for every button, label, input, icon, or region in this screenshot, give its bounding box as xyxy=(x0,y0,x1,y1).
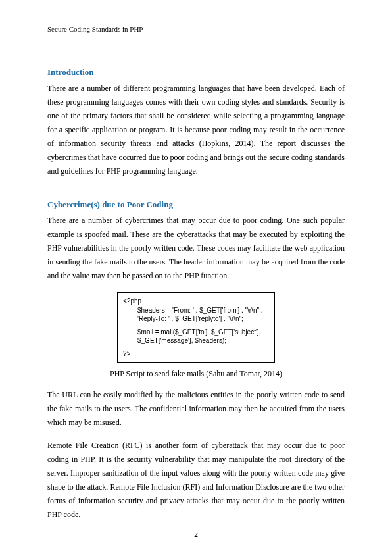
heading-cybercrime: Cybercrime(s) due to Poor Coding xyxy=(47,199,345,210)
header-title: Secure Coding Standards in PHP xyxy=(47,25,143,33)
code-line: <?php xyxy=(123,297,269,306)
php-code-figure: <?php $headers = 'From: ' . $_GET['from'… xyxy=(117,292,275,363)
heading-introduction: Introduction xyxy=(47,67,345,78)
code-line: 'Reply-To: ' . $_GET['replyto'] . "\r\n"… xyxy=(123,315,269,324)
figure-caption: PHP Script to send fake mails (Sahu and … xyxy=(47,369,345,379)
code-line: $mail = mail($_GET['to'], $_GET['subject… xyxy=(123,328,269,337)
cyber-paragraph-3: Remote File Creation (RFC) is another fo… xyxy=(47,439,345,522)
code-line: $headers = 'From: ' . $_GET['from'] . "\… xyxy=(123,306,269,315)
running-header: Secure Coding Standards in PHP xyxy=(47,25,345,33)
code-line: $_GET['message'], $headers); xyxy=(123,336,269,345)
cyber-paragraph-1: There are a number of cybercrimes that m… xyxy=(47,214,345,283)
section-gap xyxy=(47,188,345,199)
page-number: 2 xyxy=(0,530,392,538)
cyber-paragraph-2: The URL can be easily modified by the ma… xyxy=(47,388,345,430)
code-line: ?> xyxy=(123,349,269,359)
intro-paragraph: There are a number of different programm… xyxy=(47,82,345,178)
